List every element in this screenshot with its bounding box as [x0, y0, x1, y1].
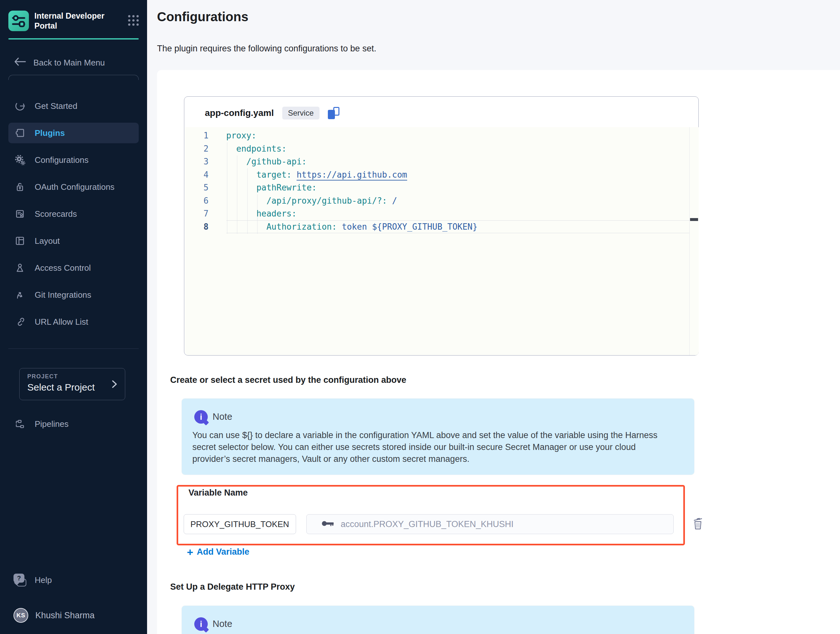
- service-badge: Service: [282, 107, 319, 120]
- get-started-icon: [14, 100, 26, 112]
- accent-divider: [8, 38, 139, 40]
- editor-header: app-config.yaml Service: [205, 106, 339, 120]
- sidebar-item-help[interactable]: ? Help: [8, 570, 139, 590]
- pipelines-icon: [14, 417, 26, 430]
- code-line[interactable]: 1 proxy:: [185, 129, 699, 142]
- sidebar-item-oauth-configurations[interactable]: OAuth Configurations: [8, 177, 139, 197]
- sidebar-item-access-control[interactable]: Access Control: [8, 258, 139, 278]
- code-line[interactable]: 4 target:https://api.github.com: [185, 168, 699, 182]
- sidebar-item-pipelines[interactable]: Pipelines: [8, 414, 139, 434]
- variable-name-label: Variable Name: [188, 488, 248, 498]
- code-line[interactable]: 2 endpoints:: [185, 142, 699, 155]
- page-subtitle: The plugin requires the following config…: [157, 44, 376, 54]
- project-label: PROJECT: [27, 373, 118, 380]
- project-selector[interactable]: PROJECT Select a Project: [19, 368, 125, 400]
- plus-icon: +: [187, 547, 193, 557]
- sidebar-item-configurations[interactable]: Configurations: [8, 150, 139, 170]
- line-number: 3: [185, 157, 220, 166]
- code-line[interactable]: 7 headers:: [185, 207, 699, 220]
- user-name: Khushi Sharma: [35, 610, 95, 620]
- note-title: Note: [213, 618, 232, 629]
- note-title: Note: [213, 411, 232, 422]
- layout-icon: [14, 234, 26, 247]
- line-number: 1: [185, 131, 220, 140]
- sidebar-nav: Get Started Plugins Configurations OAuth…: [8, 96, 139, 332]
- secret-selector[interactable]: account.PROXY_GITHUB_TOKEN_KHUSHI: [306, 514, 674, 534]
- project-value: Select a Project: [27, 382, 118, 393]
- line-number: 2: [185, 144, 220, 153]
- code-line[interactable]: 3 /github-api:: [185, 155, 699, 168]
- code-line-active[interactable]: 8 Authorization:token ${PROXY_GITHUB_TOK…: [185, 220, 699, 234]
- sidebar-divider: [8, 348, 139, 349]
- code-line[interactable]: 6 /api/proxy/github-api/?:/: [185, 194, 699, 207]
- delete-variable-button[interactable]: [691, 516, 705, 531]
- scorecard-icon: [14, 207, 26, 220]
- sidebar-item-plugins[interactable]: Plugins: [8, 123, 139, 143]
- code-line[interactable]: 5 pathRewrite:: [185, 181, 699, 194]
- note-body: You can use ${} to declare a variable in…: [192, 429, 666, 465]
- git-branch-icon: [14, 288, 26, 301]
- sidebar-header: Internal Developer Portal: [8, 11, 139, 31]
- sidebar-item-scorecards[interactable]: Scorecards: [8, 204, 139, 224]
- person-icon: [14, 261, 26, 274]
- link-icon: [14, 315, 26, 328]
- sidebar-footer: ? Help KS Khushi Sharma: [0, 570, 147, 634]
- line-number: 8: [185, 222, 220, 232]
- secret-section-heading: Create or select a secret used by the co…: [170, 375, 406, 385]
- sidebar-item-get-started[interactable]: Get Started: [8, 96, 139, 116]
- sidebar: Internal Developer Portal Back to Main M…: [0, 0, 147, 634]
- note-box: i Note: [182, 606, 694, 634]
- help-chat-icon: ?: [14, 574, 26, 587]
- yaml-editor-card: app-config.yaml Service 1 proxy: 2 endpo…: [184, 96, 699, 356]
- info-icon: i: [194, 617, 208, 631]
- configurations-icon: [14, 153, 26, 166]
- back-to-main-menu[interactable]: Back to Main Menu: [0, 56, 147, 69]
- sidebar-item-url-allow-list[interactable]: URL Allow List: [8, 311, 139, 332]
- filename: app-config.yaml: [205, 108, 274, 118]
- help-nav: ? Help: [8, 570, 139, 590]
- idp-logo-icon: [8, 11, 29, 31]
- avatar: KS: [14, 608, 28, 623]
- github-api-link: https://api.github.com: [297, 170, 407, 180]
- main-content: Configurations The plugin requires the f…: [147, 0, 840, 634]
- plugins-icon: [14, 126, 26, 139]
- info-icon: i: [194, 410, 208, 424]
- back-arrow-icon: [14, 57, 26, 68]
- app-title: Internal Developer Portal: [34, 11, 109, 31]
- key-icon: [321, 520, 335, 529]
- app-grid-icon[interactable]: [128, 15, 139, 26]
- proxy-section-heading: Set Up a Delegate HTTP Proxy: [170, 582, 295, 592]
- secret-value: account.PROXY_GITHUB_TOKEN_KHUSHI: [341, 519, 513, 529]
- code-editor[interactable]: 1 proxy: 2 endpoints: 3 /github-api: 4 t…: [185, 127, 699, 355]
- line-number: 4: [185, 170, 220, 180]
- line-number: 7: [185, 209, 220, 218]
- add-variable-button[interactable]: + Add Variable: [187, 547, 249, 557]
- line-number: 6: [185, 196, 220, 206]
- sidebar-item-git-integrations[interactable]: Git Integrations: [8, 285, 139, 305]
- nav-scroll-outline: [8, 75, 139, 80]
- lock-icon: [14, 180, 26, 193]
- user-menu[interactable]: KS Khushi Sharma: [8, 605, 139, 626]
- app-window: Internal Developer Portal Back to Main M…: [0, 0, 840, 634]
- note-box: i Note You can use ${} to declare a vari…: [182, 398, 694, 475]
- copy-icon[interactable]: [328, 107, 339, 119]
- back-label: Back to Main Menu: [33, 58, 105, 68]
- chevron-right-icon: [110, 379, 118, 390]
- line-number: 5: [185, 183, 220, 192]
- variable-name-input[interactable]: [184, 514, 296, 534]
- page-title: Configurations: [157, 9, 248, 24]
- pipelines-nav: Pipelines: [8, 414, 139, 434]
- sidebar-item-layout[interactable]: Layout: [8, 231, 139, 251]
